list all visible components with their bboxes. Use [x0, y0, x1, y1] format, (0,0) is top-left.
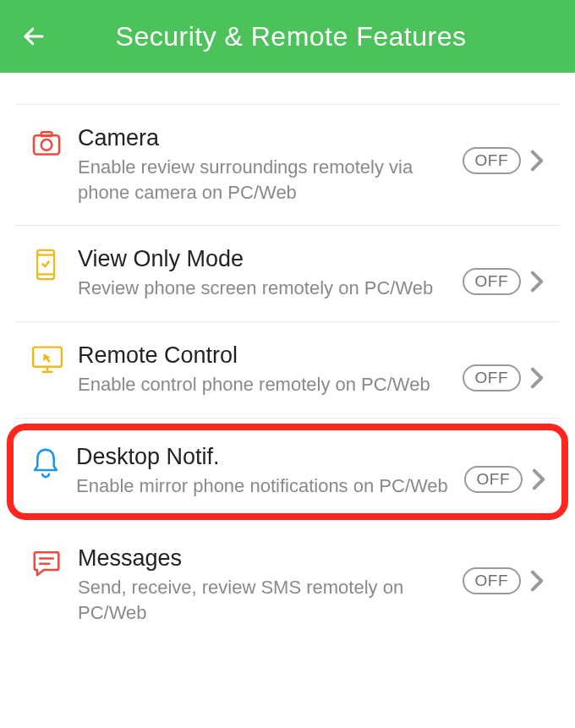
row-remote-control[interactable]: Remote Control Enable control phone remo…	[15, 322, 560, 419]
row-title: Messages	[78, 545, 456, 572]
status-badge[interactable]: OFF	[464, 466, 523, 493]
status-badge[interactable]: OFF	[463, 147, 522, 174]
chevron-right-icon	[529, 570, 545, 592]
row-title: Desktop Notif.	[76, 444, 457, 470]
partial-previous-row	[15, 73, 560, 105]
row-desc: Enable control phone remotely on PC/Web	[78, 372, 456, 397]
icon-wrap	[30, 246, 78, 282]
row-camera[interactable]: Camera Enable review surroundings remote…	[15, 105, 560, 226]
phone-view-icon	[30, 248, 61, 282]
text-col: Desktop Notif. Enable mirror phone notif…	[76, 444, 464, 499]
row-title: Camera	[78, 125, 456, 151]
status-badge[interactable]: OFF	[463, 567, 522, 594]
row-title: Remote Control	[78, 342, 456, 369]
row-messages[interactable]: Messages Send, receive, review SMS remot…	[15, 525, 560, 645]
icon-wrap	[29, 444, 76, 481]
row-desc: Review phone screen remotely on PC/Web	[78, 276, 456, 301]
text-col: Remote Control Enable control phone remo…	[78, 342, 463, 397]
icon-wrap	[30, 342, 78, 376]
right-col: OFF	[464, 444, 547, 493]
status-badge[interactable]: OFF	[463, 268, 522, 295]
row-title: View Only Mode	[78, 246, 456, 272]
chevron-right-icon	[529, 271, 545, 293]
text-col: View Only Mode Review phone screen remot…	[78, 246, 463, 301]
settings-list: Camera Enable review surroundings remote…	[0, 73, 575, 646]
status-badge[interactable]: OFF	[463, 364, 522, 391]
chevron-right-icon	[531, 468, 546, 490]
message-icon	[30, 547, 63, 579]
highlight-desktop-notif: Desktop Notif. Enable mirror phone notif…	[7, 424, 568, 521]
icon-wrap	[30, 545, 78, 579]
svg-rect-1	[34, 135, 59, 154]
page-title: Security & Remote Features	[20, 21, 561, 52]
chevron-right-icon	[529, 150, 545, 172]
camera-icon	[30, 127, 63, 159]
svg-rect-3	[41, 132, 52, 136]
text-col: Messages Send, receive, review SMS remot…	[78, 545, 463, 625]
monitor-cursor-icon	[30, 344, 64, 376]
row-view-only-mode[interactable]: View Only Mode Review phone screen remot…	[15, 226, 560, 322]
right-col: OFF	[463, 246, 545, 295]
row-desc: Enable mirror phone notifications on PC/…	[76, 473, 457, 499]
right-col: OFF	[463, 125, 545, 174]
app-header: Security & Remote Features	[0, 0, 575, 73]
chevron-right-icon	[529, 367, 545, 389]
right-col: OFF	[463, 545, 545, 594]
row-desc: Send, receive, review SMS remotely on PC…	[78, 575, 456, 625]
icon-wrap	[30, 125, 78, 159]
right-col: OFF	[463, 342, 545, 391]
row-desc: Enable review surroundings remotely via …	[78, 155, 456, 205]
row-desktop-notif[interactable]: Desktop Notif. Enable mirror phone notif…	[22, 444, 553, 499]
svg-point-2	[41, 140, 52, 151]
bell-icon	[29, 446, 63, 481]
text-col: Camera Enable review surroundings remote…	[78, 125, 463, 205]
